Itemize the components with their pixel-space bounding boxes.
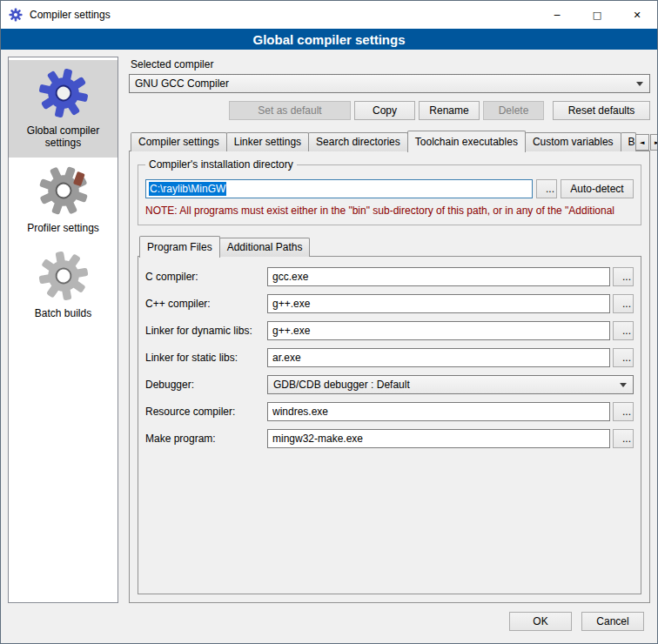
settings-tabstrip: Compiler settings Linker settings Search…: [129, 131, 650, 151]
form-row-resource-compiler: Resource compiler: ...: [145, 402, 634, 421]
delete-button[interactable]: Delete: [483, 101, 544, 120]
blue-gear-icon: [37, 67, 90, 119]
dynamic-linker-input[interactable]: [267, 321, 610, 340]
install-dir-selected-text: C:\raylib\MinGW: [149, 182, 226, 196]
dialog-body: Global compiler settings: [1, 50, 657, 607]
compiler-select-value: GNU GCC Compiler: [135, 77, 629, 90]
cpp-compiler-browse-button[interactable]: ...: [613, 294, 634, 313]
gray-gear-icon: [37, 164, 90, 217]
c-compiler-input[interactable]: [267, 267, 610, 286]
sidebar-item-label: Batch builds: [35, 307, 91, 319]
debugger-select[interactable]: GDB/CDB debugger : Default: [267, 375, 634, 394]
ok-button[interactable]: OK: [509, 612, 572, 631]
settings-sidebar: Global compiler settings: [8, 57, 118, 603]
programs-tabstrip: Program Files Additional Paths: [138, 236, 641, 257]
tab-scroll-left-button[interactable]: ◄: [635, 134, 649, 151]
field-label: C compiler:: [145, 271, 267, 283]
set-as-default-button[interactable]: Set as default: [229, 101, 351, 120]
dialog-footer: OK Cancel: [1, 607, 657, 643]
tab-linker-settings[interactable]: Linker settings: [226, 132, 309, 151]
dynamic-linker-browse-button[interactable]: ...: [613, 321, 634, 340]
tab-scroll-right-button[interactable]: ►: [650, 134, 657, 151]
rename-button[interactable]: Rename: [419, 101, 480, 120]
c-compiler-browse-button[interactable]: ...: [613, 267, 634, 286]
tab-scrollers: ◄ ►: [635, 134, 657, 151]
toolchain-executables-panel: Compiler's installation directory C:\ray…: [129, 151, 650, 603]
install-dir-input[interactable]: C:\raylib\MinGW: [145, 179, 533, 198]
sidebar-item-profiler-settings[interactable]: Profiler settings: [9, 158, 118, 243]
installation-path-row: C:\raylib\MinGW ... Auto-detect: [145, 179, 634, 198]
sidebar-item-label: Global compiler settings: [12, 124, 114, 149]
form-row-cpp-compiler: C++ compiler: ...: [145, 294, 634, 313]
field-label: Linker for dynamic libs:: [145, 325, 267, 337]
dialog-header: Global compiler settings: [1, 29, 657, 50]
window-title: Compiler settings: [30, 9, 111, 21]
form-row-make-program: Make program: ...: [145, 429, 634, 448]
field-label: Debugger:: [145, 379, 267, 391]
installation-directory-legend: Compiler's installation directory: [145, 158, 297, 171]
main-panel: Selected compiler GNU GCC Compiler Set a…: [129, 57, 650, 603]
field-label: Resource compiler:: [145, 406, 267, 418]
chevron-down-icon: [620, 383, 627, 387]
cpp-compiler-input[interactable]: [267, 294, 610, 313]
app-icon: [9, 8, 23, 22]
sidebar-item-label: Profiler settings: [27, 222, 99, 234]
window-controls: ─ □ ✕: [537, 1, 657, 29]
maximize-button[interactable]: □: [577, 1, 617, 29]
cancel-button[interactable]: Cancel: [581, 612, 644, 631]
resource-compiler-input[interactable]: [267, 402, 610, 421]
form-row-c-compiler: C compiler: ...: [145, 267, 634, 286]
chevron-down-icon: [636, 82, 643, 86]
sidebar-item-batch-builds[interactable]: Batch builds: [9, 243, 118, 328]
close-button[interactable]: ✕: [617, 1, 657, 29]
titlebar: Compiler settings ─ □ ✕: [1, 1, 657, 29]
field-label: Make program:: [145, 433, 267, 445]
resource-compiler-browse-button[interactable]: ...: [613, 402, 634, 421]
copy-button[interactable]: Copy: [354, 101, 415, 120]
tab-toolchain-executables[interactable]: Toolchain executables: [407, 131, 526, 152]
install-dir-browse-button[interactable]: ...: [536, 179, 557, 198]
tab-custom-variables[interactable]: Custom variables: [525, 132, 621, 151]
make-program-input[interactable]: [267, 429, 610, 448]
sidebar-item-global-compiler-settings[interactable]: Global compiler settings: [9, 60, 118, 158]
bin-subdirectory-note: NOTE: All programs must exist either in …: [145, 205, 634, 217]
tab-additional-paths[interactable]: Additional Paths: [219, 238, 311, 257]
reset-defaults-button[interactable]: Reset defaults: [553, 101, 650, 120]
form-row-static-linker: Linker for static libs: ...: [145, 348, 634, 367]
compiler-select[interactable]: GNU GCC Compiler: [129, 74, 650, 93]
compiler-buttons-row: Set as default Copy Rename Delete Reset …: [129, 101, 650, 120]
tab-program-files[interactable]: Program Files: [139, 236, 220, 258]
make-program-browse-button[interactable]: ...: [613, 429, 634, 448]
program-files-panel: C compiler: ... C++ compiler: ... Linker…: [138, 256, 641, 594]
tab-compiler-settings[interactable]: Compiler settings: [131, 132, 227, 151]
field-label: C++ compiler:: [145, 298, 267, 310]
form-row-dynamic-linker: Linker for dynamic libs: ...: [145, 321, 634, 340]
selected-compiler-label: Selected compiler: [131, 58, 650, 70]
minimize-button[interactable]: ─: [537, 1, 577, 29]
installation-directory-group: Compiler's installation directory C:\ray…: [138, 164, 641, 225]
autodetect-button[interactable]: Auto-detect: [561, 179, 634, 198]
static-linker-input[interactable]: [267, 348, 610, 367]
static-linker-browse-button[interactable]: ...: [613, 348, 634, 367]
compiler-settings-window: Compiler settings ─ □ ✕ Global compiler …: [0, 0, 658, 644]
gray-gears-icon: [37, 250, 90, 302]
tab-build-options[interactable]: Build: [621, 132, 636, 151]
tab-search-directories[interactable]: Search directories: [308, 132, 408, 151]
debugger-select-value: GDB/CDB debugger : Default: [273, 379, 613, 391]
form-row-debugger: Debugger: GDB/CDB debugger : Default: [145, 375, 634, 394]
field-label: Linker for static libs:: [145, 352, 267, 364]
